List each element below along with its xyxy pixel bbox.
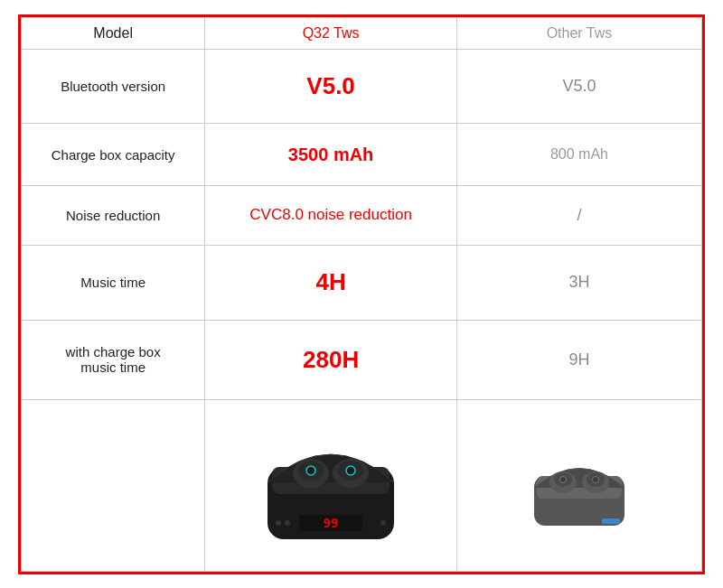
svg-point-4	[306, 466, 315, 475]
other-product-image	[466, 408, 692, 562]
image-label-cell	[22, 399, 205, 571]
row-label: Music time	[22, 245, 205, 320]
image-row: 99	[22, 399, 702, 571]
svg-point-17	[559, 477, 566, 483]
table-row: with charge box music time280H9H	[22, 320, 702, 399]
svg-text:99: 99	[324, 516, 339, 530]
table-row: Music time4H3H	[22, 245, 702, 320]
svg-point-20	[592, 477, 598, 483]
q32-value: V5.0	[205, 49, 457, 124]
row-label: Charge box capacity	[22, 124, 205, 186]
q32-value: 3500 mAh	[205, 124, 457, 186]
svg-point-7	[346, 466, 355, 475]
row-label: Bluetooth version	[22, 49, 205, 124]
q32-product-image: 99	[214, 408, 447, 562]
other-value: 9H	[456, 320, 701, 399]
table-row: Bluetooth versionV5.0V5.0	[22, 49, 702, 124]
q32-image-cell: 99	[205, 399, 457, 571]
other-header: Other Tws	[456, 17, 701, 49]
other-value: 3H	[456, 245, 701, 320]
other-image-cell	[456, 399, 701, 571]
row-label: with charge box music time	[22, 320, 205, 399]
svg-point-11	[285, 520, 290, 526]
q32-value: 4H	[205, 245, 457, 320]
q32-header: Q32 Tws	[205, 17, 457, 49]
svg-point-12	[380, 520, 386, 526]
table-row: Noise reductionCVC8.0 noise reduction/	[22, 186, 702, 246]
other-value: V5.0	[456, 49, 701, 124]
comparison-table-container: Model Q32 Tws Other Tws Bluetooth versio…	[18, 14, 705, 574]
q32-value: 280H	[205, 320, 457, 399]
row-label: Noise reduction	[22, 186, 205, 246]
other-value: 800 mAh	[456, 124, 701, 186]
table-row: Charge box capacity3500 mAh800 mAh	[22, 124, 702, 186]
svg-rect-21	[602, 518, 620, 524]
other-value: /	[456, 186, 701, 246]
q32-value: CVC8.0 noise reduction	[205, 186, 457, 246]
svg-point-10	[276, 520, 281, 526]
model-header-label: Model	[22, 17, 205, 49]
